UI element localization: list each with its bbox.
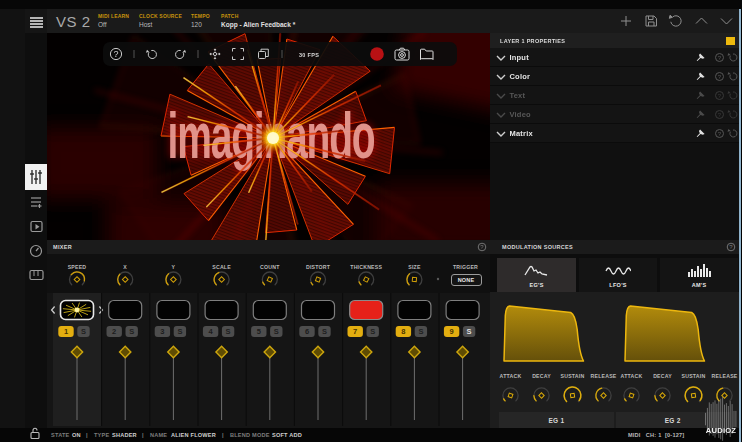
svg-text:8: 8 (401, 327, 405, 336)
svg-text:SIZE: SIZE (408, 264, 421, 270)
svg-text:S: S (370, 327, 375, 336)
svg-text:AUDiOZ: AUDiOZ (706, 426, 736, 435)
svg-text:?: ? (718, 112, 722, 118)
svg-text:S: S (226, 327, 231, 336)
svg-text:TRIGGER: TRIGGER (453, 264, 478, 270)
svg-text:?: ? (718, 55, 722, 61)
svg-text:DECAY: DECAY (653, 372, 672, 378)
svg-text:S: S (322, 327, 327, 336)
svg-text:RELEASE: RELEASE (591, 372, 617, 378)
svg-text:S: S (129, 327, 134, 336)
svg-text:2: 2 (112, 327, 116, 336)
svg-text:S: S (177, 327, 182, 336)
svg-text:Y: Y (172, 264, 176, 270)
svg-text:3: 3 (160, 327, 164, 336)
svg-text:9: 9 (450, 327, 454, 336)
svg-text:ATTACK: ATTACK (500, 372, 522, 378)
svg-text:7: 7 (353, 327, 357, 336)
svg-text:?: ? (718, 74, 722, 80)
svg-text:COUNT: COUNT (260, 264, 280, 270)
svg-text:THICKNESS: THICKNESS (350, 264, 382, 270)
svg-text:?: ? (718, 131, 722, 137)
svg-text:DISTORT: DISTORT (306, 264, 331, 270)
svg-text:?: ? (113, 49, 118, 59)
svg-text:SUSTAIN: SUSTAIN (682, 372, 706, 378)
svg-text:5: 5 (257, 327, 261, 336)
svg-text:S: S (274, 327, 279, 336)
svg-text:ATTACK: ATTACK (621, 372, 643, 378)
svg-text:?: ? (480, 244, 484, 250)
svg-text:1: 1 (64, 327, 68, 336)
svg-text:S: S (81, 327, 86, 336)
svg-text:6: 6 (305, 327, 309, 336)
svg-text:?: ? (729, 244, 733, 250)
svg-text:RELEASE: RELEASE (712, 372, 738, 378)
svg-text:SPEED: SPEED (68, 264, 87, 270)
svg-text:S: S (467, 327, 472, 336)
svg-text:SUSTAIN: SUSTAIN (561, 372, 585, 378)
svg-text:X: X (123, 264, 127, 270)
svg-text:?: ? (718, 93, 722, 99)
svg-text:SCALE: SCALE (212, 264, 231, 270)
svg-text:DECAY: DECAY (532, 372, 551, 378)
svg-text:S: S (418, 327, 423, 336)
